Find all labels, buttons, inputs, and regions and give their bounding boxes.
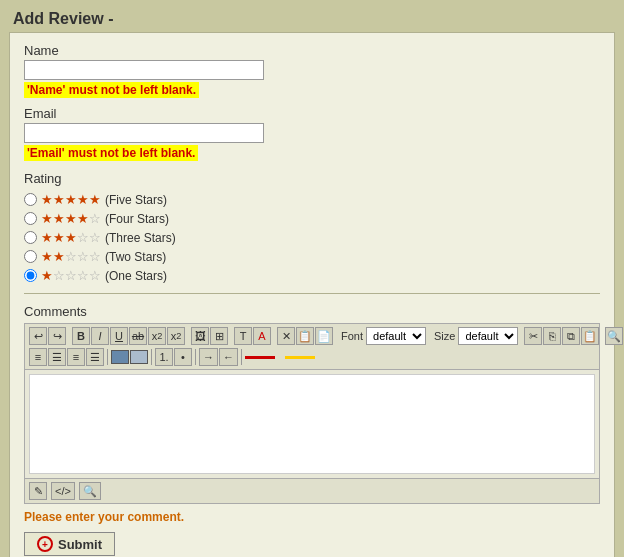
red-line-indicator: [245, 356, 275, 359]
comment-error: Please enter your comment.: [24, 510, 600, 524]
text-format-button[interactable]: T: [234, 327, 252, 345]
paste-text-button[interactable]: 📄: [315, 327, 333, 345]
toolbar-row-1: ↩ ↪ B I U ab x2 x2 🖼 ⊞ T A: [29, 327, 595, 345]
rating-three-stars: ★★★☆☆ (Three Stars): [24, 230, 600, 245]
insert-image-button[interactable]: 🖼: [191, 327, 209, 345]
stars-1: ★☆☆☆☆: [41, 268, 101, 283]
zoom-button[interactable]: 🔍: [79, 482, 101, 500]
submit-label: Submit: [58, 537, 102, 552]
toolbar-sep-9: [107, 349, 108, 365]
name-field-group: Name 'Name' must not be left blank.: [24, 43, 600, 100]
yellow-line-indicator: [285, 356, 315, 359]
rating-five-stars: ★★★★★ (Five Stars): [24, 192, 600, 207]
strikethrough-button[interactable]: ab: [129, 327, 147, 345]
editor-toolbar: ↩ ↪ B I U ab x2 x2 🖼 ⊞ T A: [25, 324, 599, 370]
bold-button[interactable]: B: [72, 327, 90, 345]
undo-button[interactable]: ↩: [29, 327, 47, 345]
name-input[interactable]: [24, 60, 264, 80]
stars-3: ★★★☆☆: [41, 230, 101, 245]
submit-button[interactable]: + Submit: [24, 532, 115, 556]
justify-button[interactable]: ☰: [86, 348, 104, 366]
font-select[interactable]: default: [366, 327, 426, 345]
rating-3-label: (Three Stars): [105, 231, 176, 245]
rating-two-stars: ★★☆☆☆ (Two Stars): [24, 249, 600, 264]
stars-2: ★★☆☆☆: [41, 249, 101, 264]
remove-format-button[interactable]: ✕: [277, 327, 295, 345]
rating-5-label: (Five Stars): [105, 193, 167, 207]
paste2-button[interactable]: 📋: [581, 327, 599, 345]
comments-section: Comments ↩ ↪ B I U ab x2 x2: [24, 304, 600, 556]
insert-table-button[interactable]: ⊞: [210, 327, 228, 345]
rating-label: Rating: [24, 171, 600, 186]
rating-four-stars: ★★★★☆ (Four Stars): [24, 211, 600, 226]
rating-radio-2[interactable]: [24, 250, 37, 263]
bg-color-button[interactable]: [130, 350, 148, 364]
subscript-button[interactable]: x2: [167, 327, 185, 345]
align-center-button[interactable]: ☰: [48, 348, 66, 366]
size-select[interactable]: default: [458, 327, 518, 345]
text-color-button[interactable]: A: [253, 327, 271, 345]
paste-button[interactable]: 📋: [296, 327, 314, 345]
comments-label: Comments: [24, 304, 600, 319]
rating-radio-4[interactable]: [24, 212, 37, 225]
ol-button[interactable]: 1.: [155, 348, 173, 366]
email-label: Email: [24, 106, 600, 121]
page-title: Add Review -: [5, 4, 619, 32]
rating-section: Rating ★★★★★ (Five Stars) ★★★★☆ (Four St…: [24, 171, 600, 283]
cut-button[interactable]: ✂: [524, 327, 542, 345]
divider: [24, 293, 600, 294]
stars-5: ★★★★★: [41, 192, 101, 207]
stars-4: ★★★★☆: [41, 211, 101, 226]
align-left-button[interactable]: ≡: [29, 348, 47, 366]
copy-button[interactable]: ⎘: [543, 327, 561, 345]
font-label: Font: [341, 330, 363, 342]
rating-radio-1[interactable]: [24, 269, 37, 282]
editor-footer: ✎ </> 🔍: [25, 478, 599, 503]
form-container: Name 'Name' must not be left blank. Emai…: [9, 32, 615, 557]
copy2-button[interactable]: ⧉: [562, 327, 580, 345]
toolbar-row-2: ≡ ☰ ≡ ☰ 1. • → ←: [29, 348, 595, 366]
submit-icon: +: [37, 536, 53, 552]
italic-button[interactable]: I: [91, 327, 109, 345]
rating-radio-3[interactable]: [24, 231, 37, 244]
email-input[interactable]: [24, 123, 264, 143]
toolbar-sep-10: [151, 349, 152, 365]
rating-4-label: (Four Stars): [105, 212, 169, 226]
rating-1-label: (One Stars): [105, 269, 167, 283]
rating-radio-5[interactable]: [24, 193, 37, 206]
redo-button[interactable]: ↪: [48, 327, 66, 345]
superscript-button[interactable]: x2: [148, 327, 166, 345]
size-label: Size: [434, 330, 455, 342]
toolbar-sep-11: [195, 349, 196, 365]
page-wrapper: Add Review - Name 'Name' must not be lef…: [5, 4, 619, 557]
name-label: Name: [24, 43, 600, 58]
outdent-button[interactable]: ←: [219, 348, 238, 366]
find-replace-button[interactable]: 🔍: [605, 327, 623, 345]
toolbar-sep-12: [241, 349, 242, 365]
submit-row: + Submit: [24, 532, 600, 556]
rating-one-star: ★☆☆☆☆ (One Stars): [24, 268, 600, 283]
indent-button[interactable]: →: [199, 348, 218, 366]
rating-2-label: (Two Stars): [105, 250, 166, 264]
color-picker-button[interactable]: [111, 350, 129, 364]
rich-text-editor: ↩ ↪ B I U ab x2 x2 🖼 ⊞ T A: [24, 323, 600, 504]
html-view-button[interactable]: </>: [51, 482, 75, 500]
ul-button[interactable]: •: [174, 348, 192, 366]
email-error: 'Email' must not be left blank.: [24, 145, 198, 161]
editor-content-area[interactable]: [29, 374, 595, 474]
email-field-group: Email 'Email' must not be left blank.: [24, 106, 600, 163]
name-error: 'Name' must not be left blank.: [24, 82, 199, 98]
edit-source-button[interactable]: ✎: [29, 482, 47, 500]
underline-button[interactable]: U: [110, 327, 128, 345]
align-right-button[interactable]: ≡: [67, 348, 85, 366]
